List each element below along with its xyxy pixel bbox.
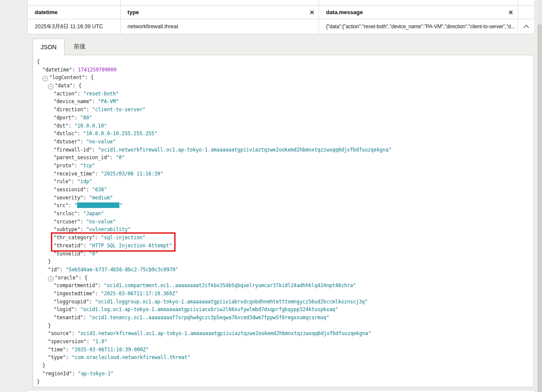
previous-row-remnant (28, 0, 534, 6)
json-line: "device_name": "PA-VM" (37, 98, 533, 106)
json-line: −"data": { (37, 82, 533, 90)
json-line: } (37, 362, 533, 370)
json-line: "firewall-id": "ocid1.networkfirewall.oc… (37, 146, 533, 154)
json-line: "srcuser": "no-value" (37, 218, 533, 226)
close-icon[interactable]: ✕ (310, 9, 315, 15)
json-line: "type": "com.oraclecloud.networkfirewall… (37, 353, 533, 362)
json-line: } (37, 258, 533, 266)
json-line: "time": "2025-03-06T11:16:39.000Z" (37, 346, 533, 354)
next-row-remnant (27, 390, 534, 392)
json-line: "ingestedtime": "2025-03-06T11:17:19.369… (37, 290, 533, 298)
json-panel-content: {"datetime": 1741259799000−"logContent":… (33, 55, 534, 387)
json-line: −"logContent": { (37, 74, 533, 82)
json-line: "srcloc": "Japan" (37, 210, 533, 218)
log-results-table: datetime type ✕ data.message ✕ 2025年3月6日… (27, 0, 534, 34)
log-row-message: {"data":{"action":"reset-both","device_n… (319, 19, 518, 34)
json-line: "dstuser": "no-value" (37, 138, 533, 146)
json-line: "src": "" (37, 202, 533, 210)
collapse-minus-icon[interactable]: − (48, 276, 54, 282)
close-icon[interactable]: ✕ (508, 9, 513, 15)
log-row-type: networkfirewall.threat (121, 19, 319, 34)
log-detail-panel: JSON 前後 {"datetime": 1741259799000−"logC… (33, 39, 534, 387)
json-line: "compartmentid": "ocid1.compartment.oc1.… (37, 282, 533, 290)
json-line: "subtype": "vulnerability" (37, 226, 533, 234)
json-line: "thr_category": "sql-injection" (37, 234, 533, 242)
column-header-type: type ✕ (121, 6, 319, 19)
table-header: datetime type ✕ data.message ✕ (28, 6, 534, 19)
json-line: "specversion": "1.0" (37, 338, 533, 346)
column-label: type (128, 9, 139, 15)
json-line: "datetime": 1741259799000 (37, 66, 533, 74)
scrollbar-thumb[interactable] (537, 24, 542, 392)
json-line: } (37, 322, 533, 330)
json-line: "logid": "ocid1.log.oc1.ap-tokyo-1.amaaa… (37, 306, 533, 314)
json-line: −"oracle": { (37, 274, 533, 282)
scrollbar-track[interactable] (537, 0, 542, 392)
json-line: "id": "5eb5d4ae-b737-4b56-8bc2-75cb9c3c0… (37, 266, 533, 274)
json-line: "source": "ocid1.networkfirewall.oc1.ap-… (37, 330, 533, 338)
json-line: "receive_time": "2025/03/06 11:16:39" (37, 170, 533, 178)
column-header-datetime: datetime (28, 6, 121, 19)
json-line: "proto": "tcp" (37, 162, 533, 170)
json-line: } (37, 378, 533, 386)
log-row: 2025年3月6日 11:16:39 UTC networkfirewall.t… (28, 19, 534, 34)
column-header-data-message: data.message ✕ (319, 6, 518, 19)
json-line: { (37, 58, 533, 66)
json-line: "loggroupid": "ocid1.loggroup.oc1.ap-tok… (37, 298, 533, 306)
json-line: "tenantid": "ocid1.tenancy.oc1..aaaaaaaa… (37, 314, 533, 322)
collapse-minus-icon[interactable]: − (42, 76, 48, 81)
chevron-up-icon[interactable] (523, 25, 529, 28)
tab-context[interactable]: 前後 (65, 39, 95, 55)
json-line: "threatid": "HTTP SQL Injection Attempt" (37, 242, 533, 250)
json-line: "action": "reset-both" (37, 90, 533, 98)
json-line: "dstloc": "10.0.0.0-10.255.255.255" (37, 130, 533, 138)
tab-json[interactable]: JSON (33, 39, 65, 55)
column-label: datetime (35, 9, 57, 15)
log-row-datetime: 2025年3月6日 11:16:39 UTC (28, 19, 121, 34)
column-label: data.message (326, 9, 363, 15)
json-line: "direction": "client-to-server" (37, 106, 533, 114)
json-line: "tunnelid": "0" (37, 250, 533, 258)
collapse-minus-icon[interactable]: − (48, 84, 54, 89)
json-line: "sessionid": "638" (37, 186, 533, 194)
json-line: "severity": "medium" (37, 194, 533, 202)
json-lines: {"datetime": 1741259799000−"logContent":… (33, 55, 533, 386)
json-line: "regionId": "ap-tokyo-1" (37, 370, 533, 378)
json-line: "dst": "10.0.0.10" (37, 122, 533, 130)
json-line: "rule": "idp" (37, 178, 533, 186)
json-line: "parent_session_id": "0" (37, 154, 533, 162)
redacted-value (77, 202, 119, 208)
json-line: "dport": "80" (37, 114, 533, 122)
